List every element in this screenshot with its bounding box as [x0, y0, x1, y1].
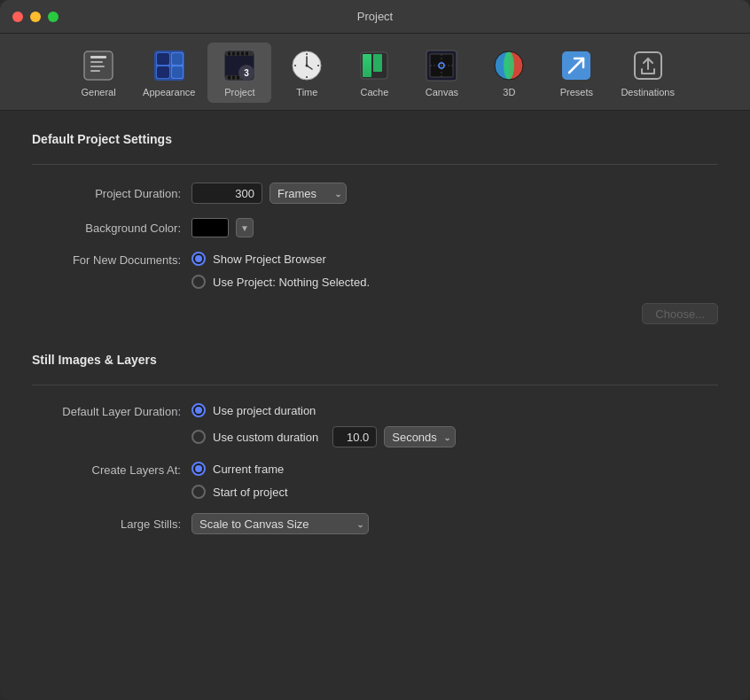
seconds-select[interactable]: Seconds Frames [384, 426, 456, 447]
toolbar-item-canvas[interactable]: Canvas [410, 43, 473, 103]
still-images-section: Still Images & Layers Default Layer Dura… [32, 353, 718, 534]
time-label: Time [296, 87, 317, 97]
background-color-label: Background Color: [32, 222, 191, 235]
toolbar-item-3d[interactable]: 3D [477, 43, 541, 103]
for-new-documents-label: For New Documents: [32, 252, 191, 267]
background-color-row: Background Color: ▼ [32, 218, 718, 237]
project-duration-input[interactable] [191, 183, 262, 204]
current-frame-row: Current frame [191, 462, 288, 476]
background-color-dropdown[interactable]: ▼ [236, 218, 254, 237]
title-bar: Project [0, 0, 750, 34]
use-project-duration-row: Use project duration [191, 403, 456, 417]
svg-rect-15 [228, 52, 230, 56]
svg-rect-2 [90, 61, 103, 63]
time-icon [289, 48, 324, 83]
canvas-label: Canvas [426, 87, 458, 97]
content-area: Default Project Settings Project Duratio… [0, 111, 750, 700]
toolbar-item-time[interactable]: Time [275, 43, 339, 103]
presets-label: Presets [560, 87, 593, 97]
project-duration-row: Project Duration: Frames Seconds Timecod… [32, 183, 718, 204]
custom-duration-input[interactable] [332, 426, 377, 447]
for-new-documents-control: Show Project Browser Use Project: Nothin… [191, 252, 370, 289]
start-of-project-radio[interactable] [191, 485, 206, 499]
choose-button[interactable]: Choose... [642, 303, 718, 324]
show-project-browser-radio[interactable] [191, 252, 206, 266]
appearance-icon [152, 48, 187, 83]
cache-label: Cache [360, 87, 388, 97]
svg-rect-19 [246, 52, 248, 56]
background-color-control: ▼ [191, 218, 254, 237]
general-label: General [81, 87, 115, 97]
start-of-project-label: Start of project [213, 486, 288, 499]
appearance-label: Appearance [143, 87, 195, 97]
minimize-button[interactable] [30, 12, 41, 22]
default-layer-duration-control: Use project duration Use custom duration… [191, 403, 456, 447]
use-project-row: Use Project: Nothing Selected. [191, 275, 370, 289]
default-layer-duration-label: Default Layer Duration: [32, 403, 191, 418]
svg-point-33 [306, 76, 308, 78]
use-project-duration-radio[interactable] [191, 403, 206, 417]
large-stills-select-wrapper: Scale to Canvas Size Do Nothing Fit to C… [191, 513, 369, 534]
svg-point-46 [504, 51, 514, 80]
svg-rect-3 [90, 66, 105, 67]
still-images-divider [32, 385, 718, 385]
3d-label: 3D [503, 87, 515, 97]
default-layer-duration-row: Default Layer Duration: Use project dura… [32, 403, 718, 447]
project-duration-label: Project Duration: [32, 187, 191, 200]
create-layers-at-label: Create Layers At: [32, 462, 191, 477]
frames-select[interactable]: Frames Seconds Timecode [270, 183, 347, 204]
layer-duration-radio-group: Use project duration Use custom duration… [191, 403, 456, 447]
svg-rect-21 [228, 76, 230, 80]
create-layers-radio-group: Current frame Start of project [191, 462, 288, 499]
current-frame-radio[interactable] [191, 462, 206, 476]
svg-rect-22 [232, 76, 235, 80]
toolbar-item-project[interactable]: 3 Project [207, 43, 271, 103]
svg-point-35 [317, 65, 319, 66]
project-icon: 3 [222, 48, 257, 83]
toolbar-item-cache[interactable]: Cache [342, 43, 406, 103]
toolbar-item-general[interactable]: General [66, 43, 130, 103]
svg-rect-9 [157, 53, 169, 65]
background-color-swatch[interactable] [191, 218, 229, 237]
toolbar-item-presets[interactable]: Presets [544, 43, 608, 103]
maximize-button[interactable] [48, 12, 59, 22]
show-project-browser-row: Show Project Browser [191, 252, 370, 266]
destinations-label: Destinations [621, 87, 675, 97]
default-project-settings-section: Default Project Settings Project Duratio… [32, 132, 718, 324]
still-images-title: Still Images & Layers [32, 353, 718, 367]
default-project-settings-title: Default Project Settings [32, 132, 718, 146]
toolbar-item-destinations[interactable]: Destinations [612, 43, 684, 103]
seconds-select-wrapper: Seconds Frames ⌄ [384, 426, 456, 447]
use-project-duration-label: Use project duration [213, 404, 316, 417]
svg-rect-1 [90, 56, 106, 58]
toolbar-item-appearance[interactable]: Appearance [134, 43, 204, 103]
svg-rect-38 [373, 54, 382, 72]
use-custom-duration-label: Use custom duration [213, 431, 318, 444]
svg-rect-4 [90, 70, 100, 72]
frames-select-wrapper: Frames Seconds Timecode ⌄ [270, 183, 347, 204]
svg-rect-12 [172, 66, 183, 78]
show-project-browser-label: Show Project Browser [213, 253, 326, 266]
presets-icon [559, 48, 594, 83]
svg-rect-10 [172, 53, 183, 65]
svg-rect-39 [363, 54, 371, 77]
large-stills-row: Large Stills: Scale to Canvas Size Do No… [32, 513, 718, 534]
start-of-project-row: Start of project [191, 485, 288, 499]
canvas-icon [424, 48, 459, 83]
choose-btn-row: Choose... [32, 303, 718, 324]
close-button[interactable] [12, 12, 23, 22]
project-duration-control: Frames Seconds Timecode ⌄ [191, 183, 347, 204]
svg-rect-18 [241, 52, 244, 56]
svg-rect-11 [157, 66, 169, 78]
use-custom-duration-radio[interactable] [191, 430, 206, 444]
create-layers-at-control: Current frame Start of project [191, 462, 288, 499]
window: Project General [0, 0, 750, 700]
destinations-icon [630, 48, 666, 83]
large-stills-select[interactable]: Scale to Canvas Size Do Nothing Fit to C… [191, 513, 369, 534]
3d-icon [491, 48, 527, 83]
use-project-radio[interactable] [191, 275, 206, 289]
svg-point-34 [294, 65, 296, 66]
new-documents-radio-group: Show Project Browser Use Project: Nothin… [191, 252, 370, 289]
traffic-lights [12, 12, 59, 22]
large-stills-control: Scale to Canvas Size Do Nothing Fit to C… [191, 513, 369, 534]
